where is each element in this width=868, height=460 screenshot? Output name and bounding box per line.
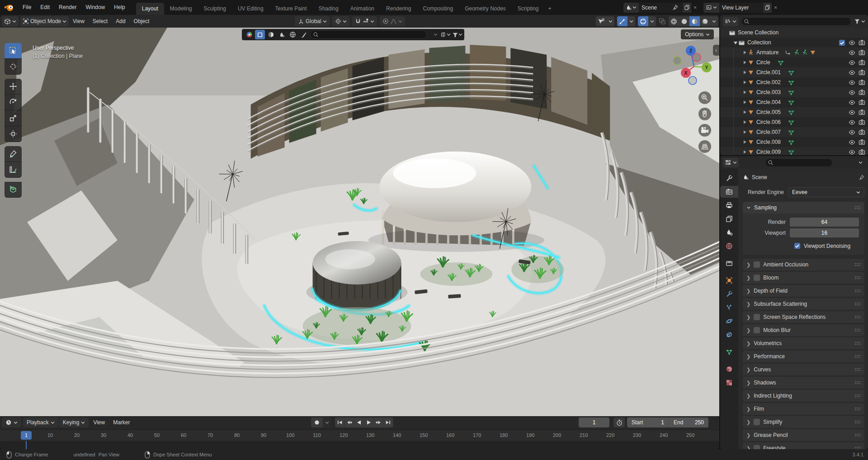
disable-render-camera-icon[interactable] (859, 109, 865, 115)
panel-grip[interactable] (854, 420, 861, 424)
remove-view-layer-button[interactable]: × (772, 4, 779, 11)
outliner-row-circle-008[interactable]: Circle.008 (720, 137, 868, 147)
collection-filter-icon[interactable] (255, 30, 265, 39)
menu-help[interactable]: Help (109, 4, 130, 10)
hide-eye-icon[interactable] (849, 40, 855, 46)
view-layer-name-field[interactable]: View Layer (719, 3, 763, 13)
panel-grease-pencil[interactable]: ❯Grease Pencil (743, 429, 864, 441)
color-wheel-filter-icon[interactable] (244, 30, 254, 39)
tool-cursor[interactable] (5, 59, 22, 75)
panel-shadows[interactable]: ❯Shadows (743, 377, 864, 389)
panel-checkbox[interactable] (754, 445, 760, 449)
properties-tab-texture[interactable] (720, 377, 738, 389)
render-samples-field[interactable]: 64 (790, 218, 859, 227)
panel-simplify[interactable]: ❯Simplify (743, 416, 864, 428)
disable-render-camera-icon[interactable] (859, 69, 865, 76)
timeline-channel-area[interactable] (0, 441, 719, 449)
world-filter-icon[interactable] (288, 30, 297, 39)
hide-eye-icon[interactable] (849, 60, 855, 66)
scene-filter-icon[interactable] (277, 30, 287, 39)
panel-grip[interactable] (854, 328, 861, 332)
workspace-tab-compositing[interactable]: Compositing (417, 3, 459, 15)
transform-orientation-dropdown[interactable]: Global (295, 16, 330, 26)
panel-grip[interactable] (854, 289, 861, 293)
properties-tab-constraints[interactable] (720, 329, 738, 341)
shading-wireframe-button[interactable] (669, 16, 679, 26)
disclosure-icon[interactable] (742, 90, 748, 95)
panel-checkbox[interactable] (754, 327, 760, 333)
panel-motion-blur[interactable]: ❯Motion Blur (743, 324, 864, 336)
timeline-ruler[interactable]: 1 10203040506070809010011012013014015016… (0, 429, 719, 441)
panel-grip[interactable] (854, 315, 861, 319)
panel-screen-space-reflections[interactable]: ❯Screen Space Reflections (743, 311, 864, 323)
menu-render[interactable]: Render (54, 4, 81, 10)
menu-edit[interactable]: Edit (36, 4, 54, 10)
panel-checkbox[interactable] (754, 261, 760, 268)
hide-eye-icon[interactable] (849, 100, 855, 105)
properties-editor-type-button[interactable] (723, 158, 739, 167)
panel-grip[interactable] (854, 302, 861, 306)
hide-eye-icon[interactable] (849, 149, 855, 155)
overlays-toggle[interactable] (638, 16, 656, 26)
shading-solid-button[interactable] (679, 16, 689, 26)
tool-add-cube[interactable] (5, 182, 22, 198)
workspace-tab-scripting[interactable]: Scripting (512, 3, 545, 15)
play-reverse-button[interactable] (354, 417, 364, 427)
pivot-point-dropdown[interactable] (332, 16, 349, 26)
disable-render-camera-icon[interactable] (859, 139, 865, 145)
current-frame-field[interactable]: 1 (579, 417, 609, 427)
disclosure-icon[interactable] (742, 140, 748, 144)
previous-keyframe-button[interactable] (345, 417, 355, 427)
timeline-editor-type-button[interactable] (2, 417, 21, 427)
disclosure-icon[interactable] (742, 100, 748, 104)
outliner-row-collection[interactable]: Collection (720, 38, 868, 47)
menu-window[interactable]: Window (81, 4, 109, 10)
hide-eye-icon[interactable] (849, 129, 855, 135)
auto-keyframe-toggle[interactable] (613, 417, 625, 427)
new-scene-button[interactable] (683, 3, 691, 13)
auto-keying-record-button[interactable] (311, 417, 323, 427)
workspace-tab-texture-paint[interactable]: Texture Paint (269, 3, 313, 15)
panel-subsurface-scattering[interactable]: ❯Subsurface Scattering (743, 298, 864, 310)
panel-grip[interactable] (854, 355, 861, 359)
properties-tab-material[interactable] (720, 363, 738, 375)
timeline-menu-marker[interactable]: Marker (109, 417, 133, 427)
panel-indirect-lighting[interactable]: ❯Indirect Lighting (743, 390, 864, 402)
viewport-3d[interactable]: User Perspective (1) Collection | Plane (0, 28, 719, 416)
collapse-icon[interactable] (432, 30, 439, 39)
outliner-row-circle-005[interactable]: Circle.005 (720, 107, 868, 117)
panel-grip[interactable] (854, 341, 861, 346)
viewport-menu-view[interactable]: View (69, 18, 89, 24)
panel-bloom[interactable]: ❯Bloom (743, 272, 864, 284)
brush-filter-icon[interactable] (298, 30, 308, 39)
play-button[interactable] (364, 417, 374, 427)
disable-render-camera-icon[interactable] (859, 39, 865, 46)
workspace-tab-shading[interactable]: Shading (313, 3, 344, 15)
tool-move[interactable] (5, 79, 22, 95)
properties-tab-modifiers[interactable] (720, 288, 738, 300)
gizmos-toggle[interactable] (617, 16, 635, 26)
disclosure-icon[interactable] (742, 60, 748, 65)
workspace-tab-geometry-nodes[interactable]: Geometry Nodes (459, 3, 512, 15)
outliner-row-scene-collection[interactable]: Scene Collection (720, 28, 868, 38)
workspace-tab-rendering[interactable]: Rendering (380, 3, 417, 15)
disclosure-icon[interactable] (732, 41, 738, 45)
workspace-tab-uv-editing[interactable]: UV Editing (232, 3, 269, 15)
properties-search-input[interactable] (765, 158, 833, 167)
panel-volumetrics[interactable]: ❯Volumetrics (743, 337, 864, 349)
unlink-scene-button[interactable]: × (691, 4, 699, 11)
current-frame-indicator[interactable]: 1 (21, 431, 32, 440)
tool-measure[interactable] (5, 162, 22, 178)
panel-film[interactable]: ❯Film (743, 403, 864, 415)
mode-selector[interactable]: Object Mode (20, 16, 69, 26)
new-view-layer-button[interactable] (763, 3, 772, 13)
panel-depth-of-field[interactable]: ❯Depth of Field (743, 285, 864, 297)
properties-tab-output[interactable] (720, 199, 738, 211)
workspace-tab-sculpting[interactable]: Sculpting (198, 3, 232, 15)
outliner-row-circle-007[interactable]: Circle.007 (720, 127, 868, 137)
disclosure-icon[interactable] (742, 110, 748, 114)
checkbox-checked-icon[interactable] (794, 242, 801, 249)
panel-grip[interactable] (854, 276, 861, 280)
timeline-menu-view[interactable]: View (90, 417, 108, 427)
disable-render-camera-icon[interactable] (859, 59, 865, 66)
